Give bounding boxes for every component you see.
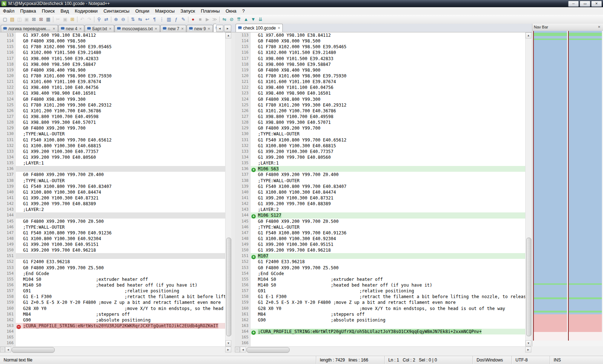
horizontal-scrollbar-right[interactable]: ∷◄► [235, 346, 531, 352]
file-tab[interactable]: new 7✕ [160, 25, 187, 32]
minimize-button[interactable]: ─ [568, 1, 579, 7]
user-define-dialog-icon[interactable]: ✎ [180, 16, 187, 23]
file-tab[interactable]: логика переводчика.txt✕ [1, 25, 58, 32]
vertical-scroll-thumb[interactable] [226, 238, 231, 336]
doc-map-icon[interactable]: ▥ [166, 16, 172, 23]
tab-close-icon[interactable]: ✕ [154, 27, 157, 31]
menu-item[interactable]: Опции [132, 8, 152, 14]
zoom-in-icon[interactable]: ⊕ [113, 16, 119, 23]
code-text: M107 [257, 253, 525, 259]
tab-scroll-right-button[interactable]: ► [224, 25, 231, 32]
status-eol-format[interactable]: Dos\Windows [473, 356, 512, 364]
print-icon[interactable]: ▦ [45, 16, 52, 23]
scroll-right-icon[interactable]: ► [225, 347, 231, 352]
paste-icon[interactable]: ⊞ [69, 16, 76, 23]
close-all-icon[interactable]: ⊠ [38, 16, 44, 23]
open-folder-icon[interactable]: ▤ [9, 16, 15, 23]
tab-close-icon[interactable]: ✕ [108, 27, 112, 31]
vertical-scroll-thumb[interactable] [526, 238, 531, 336]
first-diff-icon[interactable]: ⇈ [236, 16, 242, 23]
scroll-left-icon[interactable]: ◄ [240, 347, 246, 352]
show-all-chars-icon[interactable]: ¶ [151, 16, 158, 23]
menu-item[interactable]: Поиск [39, 8, 58, 14]
nav-bar-left-document-map[interactable] [533, 31, 567, 341]
macro-record-icon[interactable]: ● [190, 16, 196, 23]
line-number: 136 [0, 166, 16, 172]
line-number: 161 [235, 311, 251, 317]
tab-scroll-left-button[interactable]: ◄ [216, 25, 223, 32]
replace-icon[interactable]: ⇄ [103, 16, 110, 23]
menu-item[interactable]: Правка [17, 8, 39, 14]
scroll-down-icon[interactable]: ▼ [225, 340, 231, 346]
status-insert-mode[interactable]: INS [550, 356, 603, 364]
indent-guide-icon[interactable]: ⋮ [158, 16, 165, 23]
editor-pane-right[interactable]: 113G1 X97.600 Y98.100 E38.84112114G0 F48… [235, 32, 531, 346]
new-file-icon[interactable]: ▢ [2, 16, 8, 23]
scroll-up-icon[interactable]: ▲ [526, 32, 531, 39]
scroll-down-icon[interactable]: ▼ [526, 340, 531, 346]
file-tab[interactable]: new 4✕ [58, 25, 85, 32]
horizontal-scroll-thumb[interactable] [246, 347, 290, 353]
menu-item[interactable]: Окна [223, 8, 239, 14]
code-text: G0 F4800 X98.800 Y99.300 [22, 96, 225, 102]
tab-close-icon[interactable]: ✕ [79, 27, 82, 31]
nav-bar-right-document-map[interactable] [568, 31, 602, 341]
file-tab[interactable]: Барт.txt✕ [85, 25, 114, 32]
status-encoding[interactable]: UTF-8 [512, 356, 550, 364]
line-number: 117 [235, 56, 251, 62]
horizontal-scrollbar-left[interactable]: ∷◄► [0, 346, 231, 352]
code-lines-right[interactable]: 113G1 X97.600 Y98.100 E38.84112114G0 F48… [235, 32, 525, 346]
function-list-icon[interactable]: ƒ [173, 16, 179, 23]
tab-close-icon[interactable]: ✕ [181, 27, 184, 31]
horizontal-scroll-thumb[interactable] [12, 347, 55, 353]
tab-scroll-buttons: ◄ ► [216, 25, 231, 32]
nav-bar-close-icon[interactable]: ✕ [597, 25, 602, 29]
diff-margin [251, 114, 257, 120]
next-diff-icon[interactable]: ▼ [250, 16, 256, 23]
line-number: 128 [235, 120, 251, 125]
menu-item[interactable]: Запуск [178, 8, 198, 14]
find-icon[interactable]: ⚲ [96, 16, 102, 23]
file-tab[interactable]: moscowpass.txt✕ [115, 25, 160, 32]
tab-close-icon[interactable]: ✕ [277, 26, 281, 30]
scroll-up-icon[interactable]: ▲ [225, 32, 231, 39]
prev-diff-icon[interactable]: ▲ [243, 16, 249, 23]
pane-splitter[interactable] [231, 32, 235, 352]
vertical-scrollbar-right[interactable]: ▲▼ [525, 32, 531, 346]
diff-margin [16, 317, 22, 323]
tab-close-icon[interactable]: ✕ [207, 27, 210, 31]
word-wrap-icon[interactable]: ↩ [144, 16, 151, 23]
line-number: 139 [0, 184, 16, 189]
menu-item[interactable]: Макросы [152, 8, 178, 14]
line-number: 126 [235, 108, 251, 114]
menu-item[interactable]: Плагины [198, 8, 223, 14]
scroll-right-icon[interactable]: ► [525, 347, 531, 352]
tab-close-icon[interactable]: ✕ [52, 27, 55, 31]
diff-margin [16, 178, 22, 184]
maximize-button[interactable]: ▭ [580, 1, 590, 7]
code-lines-left[interactable]: 113G1 X97.600 Y98.100 E38.84112114G0 F48… [0, 32, 225, 346]
file-tab[interactable]: check 100 wof...✕ [213, 24, 216, 32]
scroll-left-icon[interactable]: ◄ [5, 347, 11, 352]
diff-margin [251, 300, 257, 305]
sync-vertical-icon[interactable]: ⇅ [130, 16, 136, 23]
clear-compare-icon[interactable]: ⊘ [228, 16, 235, 23]
file-tab[interactable]: new 9✕ [187, 25, 213, 32]
file-tab[interactable]: check 100.gcode✕ [236, 24, 283, 32]
compare-icon[interactable]: ⇋ [221, 16, 228, 23]
diff-margin [251, 85, 257, 90]
menu-item[interactable]: Вид [58, 8, 72, 14]
editor-pane-left[interactable]: 113G1 X97.600 Y98.100 E38.84112114G0 F48… [0, 32, 231, 346]
last-diff-icon[interactable]: ⇊ [257, 16, 264, 23]
close-file-icon[interactable]: ⊠ [31, 16, 37, 23]
diff-margin [16, 259, 22, 265]
line-number: 148 [235, 236, 251, 242]
menu-item[interactable]: ? [239, 8, 247, 14]
zoom-out-icon[interactable]: ⊖ [120, 16, 126, 23]
menu-item[interactable]: Синтаксисы [100, 8, 132, 14]
vertical-scrollbar-left[interactable]: ▲▼ [225, 32, 231, 346]
close-button[interactable]: ✕ [591, 1, 602, 7]
menu-item[interactable]: Кодировки [72, 8, 100, 14]
sync-horizontal-icon[interactable]: ⇆ [137, 16, 143, 23]
menu-item[interactable]: Файл [0, 8, 17, 14]
